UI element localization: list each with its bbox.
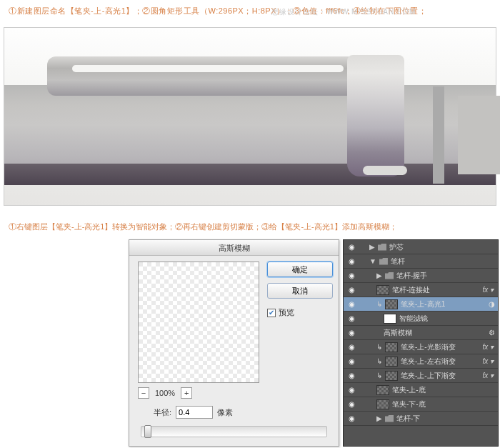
clip-highlight-slot xyxy=(72,65,344,72)
radius-label: 半径: xyxy=(154,407,171,418)
layer-row[interactable]: ◉↳笔夹-上-左右渐变fx ▾ xyxy=(344,354,498,369)
layer-row[interactable]: ◉▶笔杆-握手 xyxy=(344,269,498,283)
folder-icon xyxy=(385,272,394,279)
gaussian-blur-dialog: 高斯模糊 − 100% + 半径: 像素 确定 取消 ✔ 预览 xyxy=(129,239,339,447)
clip-head xyxy=(347,55,404,176)
visibility-icon[interactable]: ◉ xyxy=(346,314,356,322)
dialog-title: 高斯模糊 xyxy=(129,240,339,256)
visibility-icon[interactable]: ◉ xyxy=(346,300,356,308)
visibility-icon[interactable]: ◉ xyxy=(346,286,356,294)
layer-name: 笔杆-握手 xyxy=(396,271,427,281)
fx-indicator[interactable]: fx ▾ xyxy=(482,343,495,351)
small-pill-shape xyxy=(363,166,407,175)
layer-thumb xyxy=(385,342,398,352)
preview-checkbox-label: 预览 xyxy=(279,307,294,318)
clip-stem xyxy=(47,56,354,96)
preview-checkbox[interactable]: ✔ xyxy=(267,309,276,317)
pen-notch-2 xyxy=(458,96,500,174)
layer-name: 笔夹-下-底 xyxy=(392,399,426,409)
visibility-icon[interactable]: ◉ xyxy=(346,243,356,251)
radius-unit: 像素 xyxy=(217,407,233,418)
zoom-value: 100% xyxy=(155,389,175,397)
folder-toggle-icon[interactable]: ▶ xyxy=(376,272,382,279)
pen-notch xyxy=(433,86,444,184)
visibility-icon[interactable]: ◉ xyxy=(346,257,356,265)
pen-body xyxy=(4,85,496,185)
layer-row[interactable]: ◉↳笔夹-上-上下渐变fx ▾ xyxy=(344,369,498,383)
layer-name: 笔夹-上-高光1 xyxy=(401,299,445,309)
radius-input[interactable] xyxy=(176,406,213,419)
folder-toggle-icon[interactable]: ▼ xyxy=(369,257,376,265)
fx-indicator[interactable]: fx ▾ xyxy=(482,286,495,294)
radius-slider[interactable] xyxy=(141,426,327,437)
visibility-icon[interactable]: ◉ xyxy=(346,329,356,337)
clip-icon: ↳ xyxy=(376,357,382,365)
edit-filter-icon[interactable]: ⚙ xyxy=(489,329,495,337)
blur-preview[interactable] xyxy=(138,262,259,383)
layer-thumb xyxy=(376,399,389,409)
layer-name: 笔夹-上-左右渐变 xyxy=(401,357,456,367)
layer-thumb xyxy=(376,385,389,395)
layer-thumb xyxy=(385,357,398,367)
layer-name: 智能滤镜 xyxy=(399,314,428,324)
visibility-icon[interactable]: ◉ xyxy=(346,272,356,279)
folder-toggle-icon[interactable]: ▶ xyxy=(369,243,375,251)
folder-icon xyxy=(385,415,394,422)
layer-row[interactable]: ◉↳笔夹-上-高光1◑ xyxy=(344,297,498,312)
fx-indicator[interactable]: fx ▾ xyxy=(482,372,495,379)
visibility-icon[interactable]: ◉ xyxy=(346,400,356,408)
layer-thumb xyxy=(376,285,389,295)
ok-button[interactable]: 确定 xyxy=(267,262,333,277)
layer-row[interactable]: ◉▶护芯 xyxy=(344,240,498,254)
layer-name: 笔夹-上-上下渐变 xyxy=(401,371,456,381)
layer-row[interactable]: ◉智能滤镜 xyxy=(344,312,498,326)
layers-panel: ◉▶护芯◉▼笔杆◉▶笔杆-握手◉笔杆-连接处fx ▾◉↳笔夹-上-高光1◑◉智能… xyxy=(343,239,499,447)
clip-icon: ↳ xyxy=(376,300,382,308)
folder-icon xyxy=(379,258,388,265)
layer-name: 笔杆-连接处 xyxy=(392,285,430,295)
layer-name: 笔杆-下 xyxy=(396,414,420,424)
clip-icon: ↳ xyxy=(376,343,382,351)
illustration xyxy=(4,27,496,206)
visibility-icon[interactable]: ◉ xyxy=(346,386,356,394)
layer-row[interactable]: ◉↳笔夹-上-光影渐变fx ▾ xyxy=(344,340,498,354)
layer-thumb xyxy=(385,299,398,309)
visibility-icon[interactable]: ◉ xyxy=(346,343,356,351)
visibility-icon[interactable]: ◉ xyxy=(346,372,356,379)
layer-row[interactable]: ◉笔杆-连接处fx ▾ xyxy=(344,283,498,297)
folder-toggle-icon[interactable]: ▶ xyxy=(376,414,382,422)
fx-indicator[interactable]: fx ▾ xyxy=(482,357,495,365)
layer-row[interactable]: ◉笔夹-上-底 xyxy=(344,383,498,397)
folder-icon xyxy=(378,244,386,251)
layer-name: 笔夹-上-底 xyxy=(392,385,426,395)
watermark: 思缘设计论坛 · WWW.MISSYUAN.COM xyxy=(271,7,416,17)
zoom-in-button[interactable]: + xyxy=(181,387,192,399)
layer-thumb xyxy=(385,371,398,381)
layer-row[interactable]: ◉▶笔杆-下 xyxy=(344,412,498,426)
cancel-button[interactable]: 取消 xyxy=(267,283,333,299)
layer-thumb xyxy=(384,314,396,324)
visibility-icon[interactable]: ◉ xyxy=(346,357,356,365)
layer-name: 笔夹-上-光影渐变 xyxy=(401,342,456,352)
instruction-2: ①右键图层【笔夹-上-高光1】转换为智能对象；②再右键创建剪切蒙版；③给【笔夹-… xyxy=(9,221,397,232)
clip-icon: ↳ xyxy=(376,372,382,379)
visibility-icon[interactable]: ◉ xyxy=(346,414,356,422)
layer-name: 笔杆 xyxy=(391,257,405,267)
layer-name: 高斯模糊 xyxy=(384,328,412,338)
smart-filter-icon[interactable]: ◑ xyxy=(489,300,495,308)
layer-row[interactable]: ◉▼笔杆 xyxy=(344,254,498,269)
layer-row[interactable]: ◉笔夹-下-底 xyxy=(344,397,498,412)
zoom-out-button[interactable]: − xyxy=(138,387,149,399)
slider-knob[interactable] xyxy=(144,425,151,438)
pen-shadow xyxy=(4,164,496,185)
layer-row[interactable]: ◉高斯模糊⚙ xyxy=(344,326,498,340)
layer-name: 护芯 xyxy=(389,242,404,252)
